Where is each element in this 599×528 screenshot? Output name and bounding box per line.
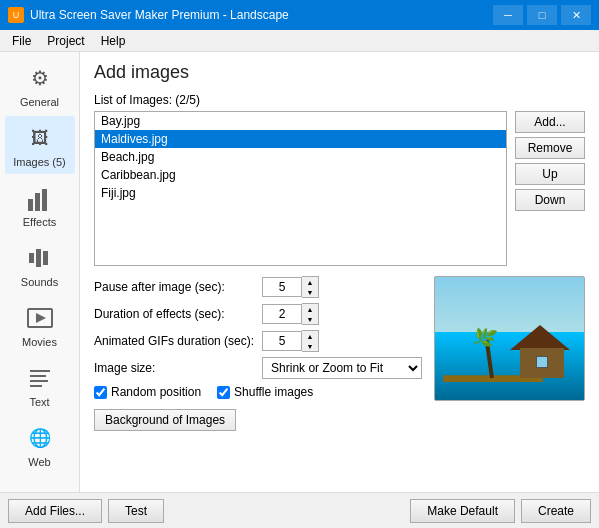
sidebar-item-sounds[interactable]: Sounds — [5, 236, 75, 294]
sidebar-label-movies: Movies — [22, 336, 57, 348]
image-list[interactable]: Bay.jpg Maldives.jpg Beach.jpg Caribbean… — [94, 111, 507, 266]
background-of-images-button[interactable]: Background of Images — [94, 409, 236, 431]
sidebar-item-general[interactable]: ⚙ General — [5, 56, 75, 114]
image-size-select[interactable]: Shrink or Zoom to Fit Stretch to Fit Ori… — [262, 357, 422, 379]
sounds-icon — [24, 242, 56, 274]
random-position-checkbox[interactable]: Random position — [94, 385, 201, 399]
up-button[interactable]: Up — [515, 163, 585, 185]
window-controls: ─ □ ✕ — [493, 5, 591, 25]
menu-help[interactable]: Help — [93, 32, 134, 50]
sidebar-label-text: Text — [29, 396, 49, 408]
sidebar-label-sounds: Sounds — [21, 276, 58, 288]
maximize-button[interactable]: □ — [527, 5, 557, 25]
list-item[interactable]: Fiji.jpg — [95, 184, 506, 202]
list-header: List of Images: (2/5) — [94, 93, 585, 107]
sidebar-label-web: Web — [28, 456, 50, 468]
animated-spinner: ▲ ▼ — [262, 330, 422, 352]
list-item[interactable]: Caribbean.jpg — [95, 166, 506, 184]
animated-label: Animated GIFs duration (sec): — [94, 334, 254, 348]
page-title: Add images — [94, 62, 585, 83]
title-bar: U Ultra Screen Saver Maker Premium - Lan… — [0, 0, 599, 30]
status-buttons-right: Make Default Create — [410, 499, 591, 523]
image-size-label: Image size: — [94, 361, 254, 375]
sidebar-item-text[interactable]: Text — [5, 356, 75, 414]
add-button[interactable]: Add... — [515, 111, 585, 133]
app-icon: U — [8, 7, 24, 23]
status-bar: Add Files... Test Make Default Create — [0, 492, 599, 528]
duration-up-btn[interactable]: ▲ — [302, 304, 318, 314]
sidebar-item-effects[interactable]: Effects — [5, 176, 75, 234]
svg-rect-1 — [35, 193, 40, 211]
menu-project[interactable]: Project — [39, 32, 92, 50]
shuffle-images-label: Shuffle images — [234, 385, 313, 399]
pause-label: Pause after image (sec): — [94, 280, 254, 294]
minimize-button[interactable]: ─ — [493, 5, 523, 25]
pause-down-btn[interactable]: ▼ — [302, 287, 318, 297]
close-button[interactable]: ✕ — [561, 5, 591, 25]
list-item[interactable]: Maldives.jpg — [95, 130, 506, 148]
duration-spinner: ▲ ▼ — [262, 303, 422, 325]
shuffle-images-checkbox[interactable]: Shuffle images — [217, 385, 313, 399]
pause-input[interactable] — [262, 277, 302, 297]
animated-up-btn[interactable]: ▲ — [302, 331, 318, 341]
images-icon: 🖼 — [24, 122, 56, 154]
duration-label: Duration of effects (sec): — [94, 307, 254, 321]
svg-marker-7 — [36, 313, 46, 323]
list-buttons: Add... Remove Up Down — [515, 111, 585, 266]
create-button[interactable]: Create — [521, 499, 591, 523]
window-title: Ultra Screen Saver Maker Premium - Lands… — [30, 8, 289, 22]
svg-rect-2 — [42, 189, 47, 211]
add-files-button[interactable]: Add Files... — [8, 499, 102, 523]
down-button[interactable]: Down — [515, 189, 585, 211]
svg-rect-3 — [29, 253, 34, 263]
animated-down-btn[interactable]: ▼ — [302, 341, 318, 351]
content-area: Add images List of Images: (2/5) Bay.jpg… — [80, 52, 599, 492]
gear-icon: ⚙ — [24, 62, 56, 94]
random-position-label: Random position — [111, 385, 201, 399]
duration-input[interactable] — [262, 304, 302, 324]
images-section: Bay.jpg Maldives.jpg Beach.jpg Caribbean… — [94, 111, 585, 266]
checkboxes-row: Random position Shuffle images — [94, 385, 422, 399]
duration-down-btn[interactable]: ▼ — [302, 314, 318, 324]
app-icon-letter: U — [13, 10, 20, 20]
pause-up-btn[interactable]: ▲ — [302, 277, 318, 287]
sidebar-label-effects: Effects — [23, 216, 56, 228]
svg-rect-4 — [36, 249, 41, 267]
text-icon — [24, 362, 56, 394]
menu-file[interactable]: File — [4, 32, 39, 50]
menu-bar: File Project Help — [0, 30, 599, 52]
list-item[interactable]: Beach.jpg — [95, 148, 506, 166]
sidebar-item-images[interactable]: 🖼 Images (5) — [5, 116, 75, 174]
movies-icon — [24, 302, 56, 334]
random-position-input[interactable] — [94, 386, 107, 399]
make-default-button[interactable]: Make Default — [410, 499, 515, 523]
status-buttons-left: Add Files... Test — [8, 499, 164, 523]
svg-rect-5 — [43, 251, 48, 265]
remove-button[interactable]: Remove — [515, 137, 585, 159]
preview-image: 🌿 — [434, 276, 585, 401]
effects-icon — [24, 182, 56, 214]
shuffle-images-input[interactable] — [217, 386, 230, 399]
test-button[interactable]: Test — [108, 499, 164, 523]
main-layout: ⚙ General 🖼 Images (5) Effects — [0, 52, 599, 492]
pause-spinner: ▲ ▼ — [262, 276, 422, 298]
sidebar: ⚙ General 🖼 Images (5) Effects — [0, 52, 80, 492]
preview-hut-roof — [510, 325, 570, 350]
web-icon: 🌐 — [24, 422, 56, 454]
sidebar-item-web[interactable]: 🌐 Web — [5, 416, 75, 474]
animated-input[interactable] — [262, 331, 302, 351]
sidebar-label-general: General — [20, 96, 59, 108]
preview-hut-window — [536, 356, 548, 368]
list-item[interactable]: Bay.jpg — [95, 112, 506, 130]
sidebar-label-images: Images (5) — [13, 156, 66, 168]
bg-button-area: Background of Images — [94, 409, 422, 431]
svg-rect-0 — [28, 199, 33, 211]
sidebar-item-movies[interactable]: Movies — [5, 296, 75, 354]
